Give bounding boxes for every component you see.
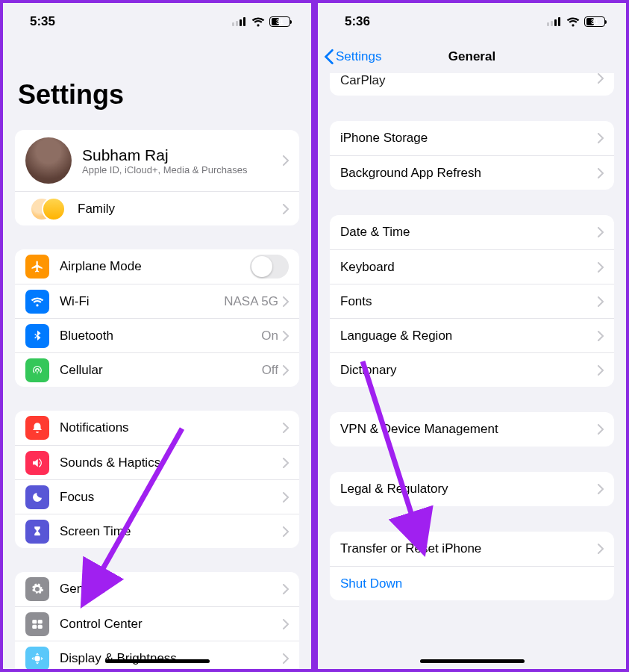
- chevron-right-icon: [283, 458, 289, 468]
- gear-icon: [25, 577, 49, 601]
- profile-subtitle: Apple ID, iCloud+, Media & Purchases: [82, 164, 283, 175]
- wifi-row[interactable]: Wi-Fi NASA 5G: [15, 284, 299, 318]
- display-brightness-row[interactable]: Display & Brightness: [15, 641, 299, 669]
- language-region-row[interactable]: Language & Region: [330, 318, 614, 352]
- chevron-right-icon: [283, 331, 289, 341]
- control-center-row[interactable]: Control Center: [15, 606, 299, 641]
- bluetooth-icon: [25, 324, 49, 348]
- chevron-right-icon: [598, 227, 604, 237]
- status-time: 5:36: [345, 14, 370, 29]
- general-row[interactable]: General: [15, 572, 299, 606]
- battery-icon: 31: [584, 16, 605, 27]
- transfer-reset-row[interactable]: Transfer or Reset iPhone: [330, 532, 614, 566]
- back-button[interactable]: Settings: [324, 49, 381, 65]
- chevron-right-icon: [598, 484, 604, 494]
- nav-bar: Settings General: [318, 40, 626, 73]
- bluetooth-row[interactable]: Bluetooth On: [15, 318, 299, 352]
- airplane-toggle[interactable]: [250, 255, 289, 279]
- dictionary-row[interactable]: Dictionary: [330, 352, 614, 387]
- phone-settings: 5:35 31 Settings Subham Raj Apple ID, iC…: [3, 3, 311, 669]
- chevron-right-icon: [598, 544, 604, 554]
- svg-rect-2: [32, 624, 37, 628]
- chevron-right-icon: [283, 492, 289, 503]
- chevron-right-icon: [283, 423, 289, 433]
- chevron-right-icon: [598, 424, 604, 435]
- background-app-refresh-row[interactable]: Background App Refresh: [330, 155, 614, 190]
- family-row[interactable]: Family: [15, 191, 299, 225]
- status-time: 5:35: [30, 14, 55, 29]
- chevron-right-icon: [598, 73, 604, 84]
- reset-group: Transfer or Reset iPhone Shut Down: [330, 532, 614, 600]
- cellular-row[interactable]: Cellular Off: [15, 352, 299, 387]
- notifications-group: Notifications Sounds & Haptics Focus Scr…: [15, 411, 299, 548]
- antenna-icon: [25, 358, 49, 382]
- chevron-right-icon: [598, 168, 604, 178]
- sliders-icon: [25, 612, 49, 636]
- system-group: General Control Center Display & Brightn…: [15, 572, 299, 669]
- status-indicators: 31: [547, 16, 605, 27]
- chevron-right-icon: [598, 296, 604, 307]
- avatar: [25, 137, 72, 184]
- storage-group: iPhone Storage Background App Refresh: [330, 121, 614, 190]
- date-time-row[interactable]: Date & Time: [330, 215, 614, 249]
- profile-group: Subham Raj Apple ID, iCloud+, Media & Pu…: [15, 130, 299, 225]
- home-indicator[interactable]: [105, 659, 210, 663]
- phone-general: 5:36 31 Settings General CarPlay iPhone …: [318, 3, 626, 669]
- status-bar: 5:35 31: [3, 3, 311, 40]
- battery-icon: 31: [269, 16, 290, 27]
- chevron-left-icon: [324, 49, 334, 65]
- chevron-right-icon: [598, 133, 604, 143]
- shut-down-row[interactable]: Shut Down: [330, 566, 614, 600]
- status-indicators: 31: [232, 16, 290, 27]
- bell-icon: [25, 416, 49, 440]
- status-bar: 5:36 31: [318, 3, 626, 40]
- apple-id-row[interactable]: Subham Raj Apple ID, iCloud+, Media & Pu…: [15, 130, 299, 191]
- fonts-row[interactable]: Fonts: [330, 284, 614, 318]
- svg-rect-3: [38, 624, 43, 628]
- chevron-right-icon: [283, 526, 289, 537]
- cellular-signal-icon: [232, 17, 247, 26]
- vpn-device-mgmt-row[interactable]: VPN & Device Management: [330, 412, 614, 447]
- cellular-signal-icon: [547, 17, 562, 26]
- page-title: Settings: [3, 40, 311, 118]
- nav-title: General: [448, 49, 495, 64]
- svg-line-5: [363, 361, 422, 548]
- chevron-right-icon: [283, 204, 289, 214]
- svg-rect-1: [38, 620, 43, 623]
- svg-rect-0: [32, 620, 37, 623]
- sounds-row[interactable]: Sounds & Haptics: [15, 445, 299, 479]
- focus-row[interactable]: Focus: [15, 479, 299, 514]
- iphone-storage-row[interactable]: iPhone Storage: [330, 121, 614, 155]
- wifi-icon: [566, 16, 580, 27]
- chevron-right-icon: [283, 155, 289, 166]
- carplay-row[interactable]: CarPlay: [330, 73, 614, 96]
- legal-group: Legal & Regulatory: [330, 472, 614, 506]
- keyboard-row[interactable]: Keyboard: [330, 249, 614, 284]
- chevron-right-icon: [283, 296, 289, 307]
- chevron-right-icon: [283, 365, 289, 376]
- chevron-right-icon: [598, 331, 604, 341]
- brightness-icon: [25, 647, 49, 670]
- speaker-icon: [25, 451, 49, 475]
- vpn-group: VPN & Device Management: [330, 412, 614, 447]
- chevron-right-icon: [283, 653, 289, 664]
- hourglass-icon: [25, 520, 49, 544]
- notifications-row[interactable]: Notifications: [15, 411, 299, 445]
- datetime-group: Date & Time Keyboard Fonts Language & Re…: [330, 215, 614, 387]
- network-group: Airplane Mode Wi-Fi NASA 5G Bluetooth On…: [15, 249, 299, 387]
- chevron-right-icon: [283, 619, 289, 629]
- moon-icon: [25, 485, 49, 509]
- carplay-group-partial: CarPlay: [330, 73, 614, 96]
- chevron-right-icon: [283, 584, 289, 594]
- airplane-mode-row[interactable]: Airplane Mode: [15, 249, 299, 284]
- chevron-right-icon: [598, 365, 604, 376]
- profile-name: Subham Raj: [82, 146, 283, 164]
- family-label: Family: [78, 202, 283, 217]
- home-indicator[interactable]: [420, 659, 525, 663]
- wifi-icon: [25, 290, 49, 314]
- airplane-icon: [25, 255, 49, 279]
- chevron-right-icon: [598, 262, 604, 273]
- legal-regulatory-row[interactable]: Legal & Regulatory: [330, 472, 614, 506]
- family-avatar-icon: [30, 194, 60, 224]
- screen-time-row[interactable]: Screen Time: [15, 514, 299, 548]
